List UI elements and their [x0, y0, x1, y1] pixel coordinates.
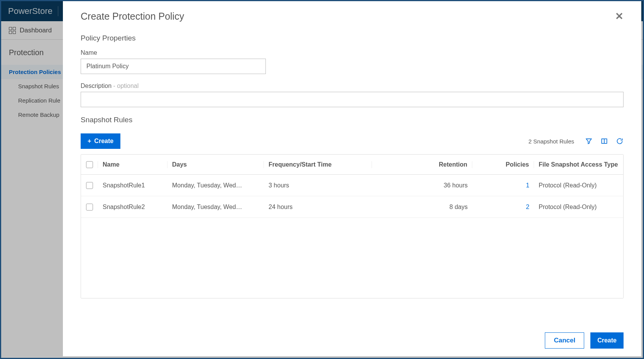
name-input[interactable] — [81, 59, 266, 74]
cell-retention: 8 days — [372, 204, 472, 211]
select-all-checkbox[interactable] — [86, 161, 93, 168]
plus-icon: + — [88, 138, 91, 145]
table-header: Name Days Frequency/Start Time Retention… — [81, 155, 623, 175]
cell-policies-link[interactable]: 2 — [526, 204, 529, 210]
create-snapshot-rule-button[interactable]: + Create — [81, 133, 120, 149]
snapshot-rules-count: 2 Snapshot Rules — [529, 138, 574, 145]
table-row[interactable]: SnapshotRule2 Monday, Tuesday, Wed… 24 h… — [81, 196, 623, 218]
cell-frequency: 3 hours — [264, 182, 372, 189]
row-checkbox[interactable] — [86, 182, 93, 189]
create-button-label: Create — [94, 138, 113, 145]
description-input[interactable] — [81, 92, 624, 107]
col-access-type[interactable]: File Snapshot Access Type — [534, 161, 623, 168]
description-label: Description - optional — [81, 83, 624, 89]
col-days[interactable]: Days — [167, 161, 264, 168]
name-label: Name — [81, 49, 624, 56]
table-body: SnapshotRule1 Monday, Tuesday, Wed… 3 ho… — [81, 175, 623, 298]
filter-icon[interactable] — [585, 137, 593, 145]
cell-access: Protocol (Read-Only) — [534, 204, 623, 211]
col-retention[interactable]: Retention — [372, 161, 472, 168]
cell-policies-link[interactable]: 1 — [526, 182, 529, 189]
snapshot-rules-table: Name Days Frequency/Start Time Retention… — [81, 154, 624, 298]
create-button[interactable]: Create — [590, 332, 624, 349]
cancel-button[interactable]: Cancel — [545, 332, 584, 349]
col-frequency[interactable]: Frequency/Start Time — [264, 161, 372, 168]
row-checkbox[interactable] — [86, 204, 93, 211]
col-policies[interactable]: Policies — [472, 161, 534, 168]
cell-days: Monday, Tuesday, Wed… — [167, 182, 264, 189]
snapshot-rules-heading: Snapshot Rules — [81, 116, 624, 124]
cell-retention: 36 hours — [372, 182, 472, 189]
columns-icon[interactable] — [600, 137, 608, 145]
cell-access: Protocol (Read-Only) — [534, 182, 623, 189]
modal-footer: Cancel Create — [81, 325, 624, 349]
description-label-text: Description — [81, 83, 112, 89]
col-name[interactable]: Name — [98, 161, 167, 168]
close-icon[interactable]: ✕ — [615, 10, 624, 22]
cell-days: Monday, Tuesday, Wed… — [167, 204, 264, 211]
description-optional: - optional — [112, 83, 139, 89]
modal-title: Create Protection Policy — [81, 11, 184, 22]
cell-frequency: 24 hours — [264, 204, 372, 211]
cell-name: SnapshotRule2 — [98, 204, 167, 211]
table-row[interactable]: SnapshotRule1 Monday, Tuesday, Wed… 3 ho… — [81, 175, 623, 196]
create-protection-policy-modal: Create Protection Policy ✕ Policy Proper… — [63, 1, 641, 356]
cell-name: SnapshotRule1 — [98, 182, 167, 189]
policy-properties-heading: Policy Properties — [81, 34, 624, 42]
refresh-icon[interactable] — [616, 137, 624, 145]
